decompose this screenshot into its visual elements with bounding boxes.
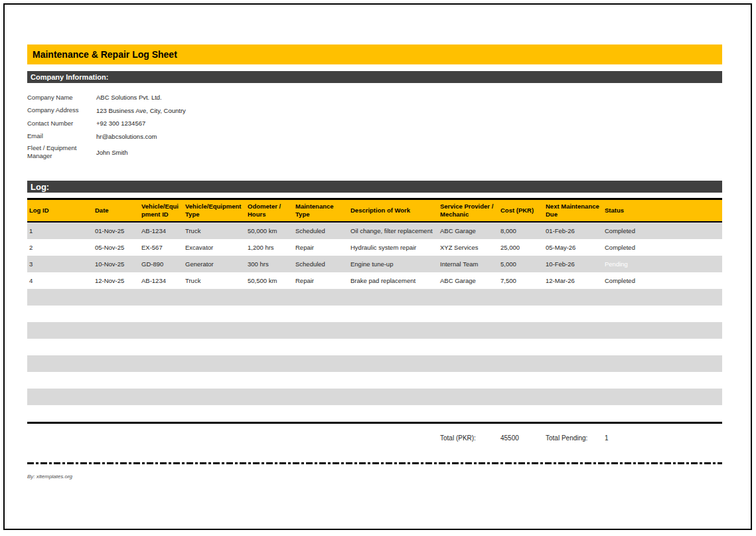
table-cell bbox=[348, 322, 438, 339]
table-cell bbox=[27, 289, 93, 306]
table-cell: 300 hrs bbox=[246, 256, 293, 272]
table-cell: Repair bbox=[293, 272, 348, 289]
table-cell bbox=[544, 405, 603, 423]
table-cell bbox=[498, 355, 544, 372]
table-row: 412-Nov-25AB-1234Truck50,500 kmRepairBra… bbox=[27, 272, 722, 289]
company-field-label: Email bbox=[27, 132, 96, 140]
company-info-block: Company Name ABC Solutions Pvt. Ltd. Com… bbox=[27, 91, 722, 161]
table-cell: 1,200 hrs bbox=[246, 239, 293, 256]
table-row: 205-Nov-25EX-567Excavator1,200 hrsRepair… bbox=[27, 239, 722, 256]
log-section-header: Log: bbox=[27, 181, 722, 193]
table-cell bbox=[293, 389, 348, 405]
table-cell: 2 bbox=[27, 239, 93, 256]
table-cell bbox=[498, 322, 544, 339]
table-row-empty bbox=[27, 355, 722, 372]
table-cell bbox=[544, 389, 603, 405]
table-cell: Completed bbox=[603, 239, 722, 256]
table-cell bbox=[544, 372, 603, 389]
company-field-row: Fleet / Equipment Manager John Smith bbox=[27, 143, 722, 161]
dashed-divider bbox=[27, 462, 722, 464]
table-cell bbox=[498, 389, 544, 405]
table-cell bbox=[544, 339, 603, 355]
table-cell bbox=[348, 389, 438, 405]
table-cell bbox=[27, 322, 93, 339]
company-field-row: Company Name ABC Solutions Pvt. Ltd. bbox=[27, 91, 722, 104]
column-header: Date bbox=[93, 199, 139, 223]
table-cell bbox=[603, 405, 722, 423]
table-row: 310-Nov-25GD-890Generator300 hrsSchedule… bbox=[27, 256, 722, 272]
table-cell bbox=[93, 405, 139, 423]
table-cell bbox=[183, 289, 246, 306]
company-field-label: Company Name bbox=[27, 94, 96, 102]
table-cell bbox=[544, 322, 603, 339]
table-cell: Oil change, filter replacement bbox=[348, 222, 438, 239]
table-cell bbox=[27, 389, 93, 405]
page-border: Maintenance & Repair Log Sheet Company I… bbox=[3, 3, 752, 530]
table-cell bbox=[27, 339, 93, 355]
table-cell: 8,000 bbox=[498, 222, 544, 239]
table-cell: GD-890 bbox=[139, 256, 183, 272]
total-pkr-value: 45500 bbox=[498, 434, 544, 462]
table-cell bbox=[348, 289, 438, 306]
table-cell bbox=[183, 405, 246, 423]
table-cell: 3 bbox=[27, 256, 93, 272]
table-cell bbox=[139, 355, 183, 372]
table-row: 101-Nov-25AB-1234Truck50,000 kmScheduled… bbox=[27, 222, 722, 239]
table-cell: 50,500 km bbox=[246, 272, 293, 289]
log-table: Log IDDateVehicle/Equipment IDVehicle/Eq… bbox=[27, 198, 722, 424]
table-cell: 5,000 bbox=[498, 256, 544, 272]
company-field-label: Fleet / Equipment Manager bbox=[27, 144, 96, 160]
table-cell: Excavator bbox=[183, 239, 246, 256]
table-cell bbox=[293, 405, 348, 423]
status-badge-pending: Pending bbox=[603, 256, 722, 272]
table-cell: Truck bbox=[183, 272, 246, 289]
company-field-row: Email hr@abcsolutions.com bbox=[27, 130, 722, 143]
table-cell bbox=[438, 372, 498, 389]
table-cell bbox=[603, 289, 722, 306]
table-cell bbox=[498, 405, 544, 423]
table-cell: Brake pad replacement bbox=[348, 272, 438, 289]
table-cell: XYZ Services bbox=[438, 239, 498, 256]
table-row-empty bbox=[27, 306, 722, 322]
table-cell bbox=[93, 339, 139, 355]
column-header: Log ID bbox=[27, 199, 93, 223]
table-cell bbox=[93, 389, 139, 405]
company-field-row: Company Address 123 Business Ave, City, … bbox=[27, 104, 722, 118]
company-section-title: Company Information: bbox=[31, 73, 108, 81]
column-header: Odometer / Hours bbox=[246, 199, 293, 223]
table-row-empty bbox=[27, 322, 722, 339]
table-cell bbox=[498, 339, 544, 355]
table-cell: Completed bbox=[603, 272, 722, 289]
table-cell bbox=[246, 289, 293, 306]
company-field-value: ABC Solutions Pvt. Ltd. bbox=[96, 94, 162, 101]
table-cell bbox=[246, 389, 293, 405]
table-cell bbox=[348, 339, 438, 355]
table-cell bbox=[438, 405, 498, 423]
table-cell bbox=[246, 322, 293, 339]
table-cell bbox=[183, 372, 246, 389]
column-header: Service Provider / Mechanic bbox=[438, 199, 498, 223]
table-cell bbox=[293, 322, 348, 339]
company-field-label: Contact Number bbox=[27, 120, 96, 128]
table-cell bbox=[183, 355, 246, 372]
table-cell bbox=[246, 306, 293, 322]
table-cell bbox=[293, 355, 348, 372]
table-cell bbox=[348, 405, 438, 423]
table-cell bbox=[603, 355, 722, 372]
table-cell bbox=[438, 355, 498, 372]
table-cell bbox=[27, 306, 93, 322]
page-title: Maintenance & Repair Log Sheet bbox=[33, 49, 177, 60]
table-cell: Hydraulic system repair bbox=[348, 239, 438, 256]
table-cell: 50,000 km bbox=[246, 222, 293, 239]
table-cell: Scheduled bbox=[293, 256, 348, 272]
table-cell: Truck bbox=[183, 222, 246, 239]
title-bar: Maintenance & Repair Log Sheet bbox=[27, 45, 722, 64]
company-field-value: +92 300 1234567 bbox=[96, 120, 145, 127]
table-cell bbox=[293, 372, 348, 389]
footer-credit: By: xltemplates.org bbox=[27, 474, 722, 480]
table-cell: 25,000 bbox=[498, 239, 544, 256]
table-cell bbox=[438, 306, 498, 322]
table-cell: AB-1234 bbox=[139, 222, 183, 239]
log-table-header-row: Log IDDateVehicle/Equipment IDVehicle/Eq… bbox=[27, 199, 722, 223]
total-pending-value: 1 bbox=[603, 434, 722, 462]
